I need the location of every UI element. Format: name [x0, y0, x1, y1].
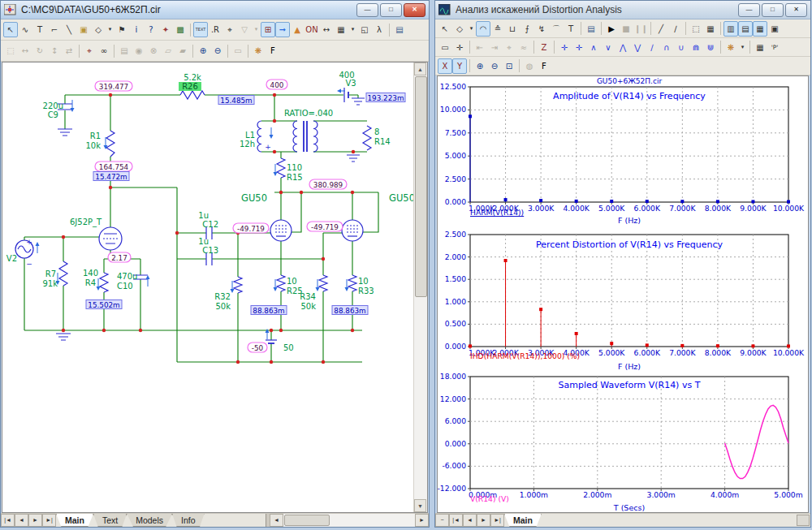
go-to-high-icon[interactable]: ⋀	[615, 40, 630, 55]
shape-editor-icon[interactable]: ▤	[117, 43, 132, 58]
vertical-tag-mode-icon[interactable]: ↯	[534, 21, 549, 37]
border-toggle-icon[interactable]: ◱	[357, 22, 372, 37]
tag-point-icon[interactable]: ⌖	[502, 40, 516, 55]
tab-nav-button[interactable]: ◄	[15, 514, 28, 527]
power-display-toggle-icon[interactable]: ▲	[290, 22, 304, 37]
graph-object-icon[interactable]: ◇	[452, 21, 467, 37]
schematic-drawing[interactable]: 220uC9R110k5.2kR26400V3RATIO=.040L112h8R…	[2, 62, 416, 513]
tab-models[interactable]: Models	[127, 514, 172, 527]
select-mode-icon[interactable]: ↖	[438, 21, 452, 37]
operating-point-icon[interactable]: 'P'	[767, 40, 782, 55]
go-to-peak-icon[interactable]: ∧	[586, 40, 601, 55]
schematic-canvas[interactable]: 220uC9R110k5.2kR26400V3RATIO=.040L112h8R…	[2, 62, 428, 513]
cursor-lines-icon[interactable]: ✛	[452, 40, 467, 55]
send-to-back-icon[interactable]: ▰	[175, 43, 190, 58]
tab-main[interactable]: Main	[504, 514, 542, 527]
web-link-icon[interactable]: ✦	[158, 22, 173, 37]
select-mode-icon[interactable]: ↖	[3, 22, 18, 37]
line-mode-icon[interactable]: ╱	[654, 21, 668, 37]
distortion-plots[interactable]: 0.0002.5005.0007.50010.00012.5001.000K2.…	[438, 76, 809, 513]
cursor-step-right-icon[interactable]: ✛	[572, 40, 586, 55]
text-mode-icon[interactable]: T	[32, 22, 47, 37]
minimize-button[interactable]: —	[356, 3, 378, 17]
schematic-hscrollbar[interactable]: ◄ ►	[270, 514, 429, 527]
find-text-icon[interactable]: ∞	[97, 43, 111, 58]
wire-mode-icon[interactable]: ∿	[18, 22, 32, 37]
cursor-step-left-icon[interactable]: ✛	[557, 40, 572, 55]
performance-tag-mode-icon[interactable]: ⌒	[549, 21, 564, 37]
color-palette-icon[interactable]: ❋	[251, 43, 266, 58]
pause-icon[interactable]: ❙❙	[633, 21, 648, 37]
font-icon[interactable]: F	[266, 43, 280, 58]
tab-nav-button[interactable]: ►|	[490, 514, 504, 527]
lead-display-toggle-icon[interactable]: ↔	[319, 22, 334, 37]
pan-icon[interactable]: ◍	[522, 58, 537, 74]
tab-text[interactable]: Text	[93, 514, 127, 527]
grid-toggle-icon[interactable]: ▦	[334, 22, 348, 37]
plot-area[interactable]: 0.0002.5005.0007.50010.00012.5001.000K2.…	[437, 75, 809, 513]
info-point-icon[interactable]: ◉	[132, 43, 146, 58]
scroll-left-icon[interactable]: ◄	[270, 514, 283, 527]
zoom-out-icon[interactable]: ⊖	[210, 43, 225, 58]
y-axis-settings-icon[interactable]: Y	[452, 58, 467, 74]
hscroll-thumb[interactable]	[284, 515, 330, 526]
tab-nav-button[interactable]: ►|	[42, 514, 56, 527]
run-icon[interactable]: ▶	[604, 21, 619, 37]
bring-to-front-icon[interactable]: ▱	[161, 43, 175, 58]
tag-right-icon[interactable]: ⇥	[487, 40, 502, 55]
scroll-down-icon[interactable]: ▼	[414, 499, 426, 512]
panel-overlay-icon[interactable]: ▣	[767, 21, 782, 37]
zoom-area-icon[interactable]: ⊡	[502, 58, 516, 74]
scroll-right-icon[interactable]: ►	[415, 514, 429, 527]
pin-display-toggle-icon[interactable]: ⌖	[222, 22, 237, 37]
wire-diagonal-mode-icon[interactable]: ⌐	[47, 22, 62, 37]
attribute-display-toggle-icon[interactable]: .R	[208, 22, 222, 37]
font-icon[interactable]: F	[537, 58, 551, 74]
stop-icon[interactable]: ■	[619, 21, 633, 37]
component-mode-icon[interactable]: ▣	[76, 22, 91, 37]
tube-gu50-left[interactable]	[270, 220, 292, 241]
display-dropdown-icon[interactable]: ▾	[252, 22, 261, 37]
node-numbers-toggle-icon[interactable]: ⊞	[261, 22, 275, 37]
text-display-toggle-icon[interactable]: TEXT	[193, 22, 208, 37]
point-tag-mode-icon[interactable]: ⊔	[505, 21, 520, 37]
tube-gu50-right[interactable]	[342, 220, 363, 241]
graph-object-dropdown-icon[interactable]: ▾	[467, 21, 476, 37]
tab-main[interactable]: Main	[56, 514, 93, 527]
battery-bias-50v[interactable]	[266, 340, 277, 343]
go-to-valley-icon[interactable]: ∨	[601, 40, 615, 55]
tube-6j52p[interactable]	[99, 227, 122, 250]
battery-v3[interactable]	[344, 88, 348, 102]
go-to-low-icon[interactable]: ⋁	[630, 40, 645, 55]
tab-nav-button[interactable]: ◄	[463, 514, 477, 527]
condition-display-toggle-icon[interactable]: ON	[304, 22, 319, 37]
zoom-in-icon[interactable]: ⊕	[196, 43, 210, 58]
data-grid-icon[interactable]: ▦	[703, 21, 718, 37]
tab-nav-button[interactable]: ►	[477, 514, 490, 527]
flip-vertical-icon[interactable]: ↕	[47, 43, 62, 58]
find-part-icon[interactable]: ⌖	[82, 43, 97, 58]
hscroll-thumb[interactable]	[797, 515, 810, 526]
vscroll-thumb[interactable]	[415, 76, 427, 297]
tab-info[interactable]: Info	[172, 514, 205, 527]
go-to-inflection-icon[interactable]: ∕	[645, 40, 659, 55]
minimize-button[interactable]: —	[738, 3, 760, 17]
maximize-button[interactable]: □	[380, 3, 402, 17]
rotate-icon[interactable]: ↻	[32, 43, 47, 58]
zoom-rectangle-icon[interactable]: ▭	[438, 40, 452, 55]
zoom-out-icon[interactable]: ⊖	[487, 58, 502, 74]
tab-nav-button[interactable]: −	[435, 514, 449, 527]
scroll-up-icon[interactable]: ▲	[414, 62, 426, 75]
grid-dropdown-icon[interactable]: ▾	[348, 22, 357, 37]
color-swatch-icon[interactable]: ▩	[173, 22, 188, 37]
text-mode-icon[interactable]: T	[564, 21, 578, 37]
normalize-icon[interactable]: Z	[537, 40, 551, 55]
properties-icon[interactable]: ▤	[392, 22, 407, 37]
tab-nav-button[interactable]: ►	[28, 514, 42, 527]
color-menu-dropdown-icon[interactable]: ▾	[738, 40, 747, 55]
numeric-output-icon[interactable]: ▦	[753, 40, 767, 55]
close-button[interactable]: ✕	[404, 3, 425, 17]
align-cursors-icon[interactable]: ≈	[516, 40, 531, 55]
polyline-mode-icon[interactable]: ∕	[668, 21, 683, 37]
zoom-in-icon[interactable]: ⊕	[473, 58, 487, 74]
